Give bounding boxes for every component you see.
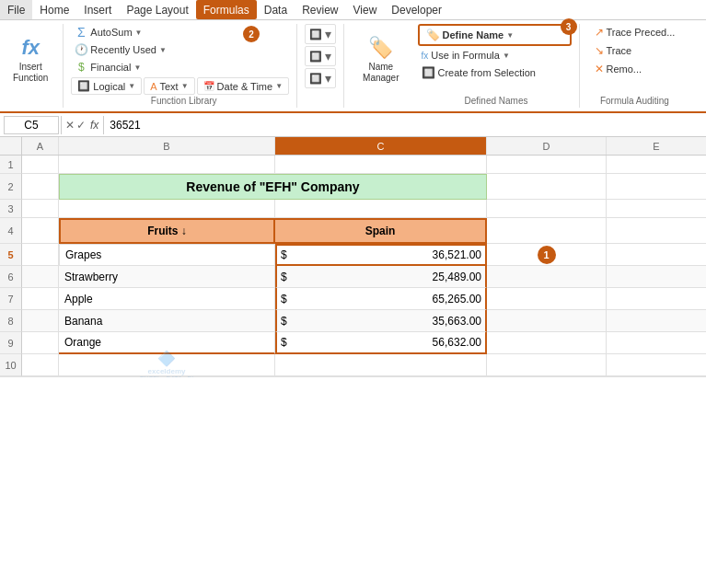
badge-3: 3 [561, 18, 577, 35]
col-header-a: A [22, 137, 59, 155]
row-6[interactable]: 6 Strawberry $ 25,489.00 [0, 266, 706, 288]
insert-function-button[interactable]: fx InsertFunction [6, 32, 55, 87]
logical-icon: 🔲 [77, 80, 90, 92]
text-button[interactable]: A Text ▼ [144, 77, 194, 95]
row-7[interactable]: 7 Apple $ 65,265.00 [0, 288, 706, 310]
more-functions-btn1[interactable]: 🔲 ▾ [305, 24, 336, 44]
fx-icon: fx [21, 36, 40, 60]
spain-header-cell: Spain [275, 218, 487, 244]
calendar-icon: 📅 [203, 81, 214, 91]
more-icon3: 🔲 [309, 73, 322, 85]
apple-cell[interactable]: Apple [59, 288, 275, 310]
confirm-icon[interactable]: ✓ [76, 119, 86, 132]
orange-amount-cell[interactable]: $ 56,632.00 [275, 332, 487, 354]
menu-insert[interactable]: Insert [76, 0, 119, 19]
menu-file[interactable]: File [0, 0, 32, 19]
title-cell: Revenue of "EFH" Company [59, 174, 487, 200]
banana-amount-cell[interactable]: $ 35,663.00 [275, 310, 487, 332]
menu-home[interactable]: Home [32, 0, 76, 19]
col-header-c: C [275, 137, 487, 155]
row-5[interactable]: 5 Grapes $ 36,521.00 1 [0, 244, 706, 266]
trace-prec-icon: ↗ [595, 26, 604, 39]
menu-view[interactable]: View [346, 0, 385, 19]
grapes-cell[interactable]: Grapes [59, 244, 275, 266]
row-9[interactable]: 9 Orange $ 56,632.00 [0, 332, 706, 354]
more-functions-btn2[interactable]: 🔲 ▾ [305, 46, 336, 66]
apple-amount-cell[interactable]: $ 65,265.00 [275, 288, 487, 310]
row-1: 1 [0, 156, 706, 174]
row-8[interactable]: 8 Banana $ 35,663.00 [0, 310, 706, 332]
menu-formulas[interactable]: Formulas [196, 0, 257, 19]
money-icon: $ [75, 61, 87, 74]
col-header-b: B [59, 137, 275, 155]
formula-input[interactable] [110, 119, 697, 132]
date-time-button[interactable]: 📅 Date & Time ▼ [197, 77, 289, 95]
menu-data[interactable]: Data [257, 0, 295, 19]
col-header-e: E [607, 137, 706, 155]
cell-reference-box[interactable]: C5 [4, 116, 59, 134]
grapes-amount-cell[interactable]: $ 36,521.00 [275, 244, 487, 266]
function-library-label: Function Library [71, 96, 296, 106]
selection-icon: 🔲 [422, 66, 435, 79]
more-functions-btn3[interactable]: 🔲 ▾ [305, 68, 336, 88]
text-icon: A [150, 81, 156, 92]
tag-icon: 🏷️ [426, 29, 440, 41]
remove-arrows-button[interactable]: ✕ Remo... [591, 61, 679, 77]
cancel-icon[interactable]: ✕ [65, 119, 75, 132]
create-from-selection-button[interactable]: 🔲 Create from Selection [418, 64, 572, 81]
col-header-d: D [487, 137, 607, 155]
fx-bar-icon[interactable]: fx [87, 119, 101, 132]
row-3: 3 [0, 200, 706, 218]
badge-2: 2 [243, 26, 260, 42]
remove-icon: ✕ [595, 63, 604, 75]
sigma-icon: Σ [75, 26, 87, 39]
row-10: 10 🔷 exceldemy EXCEL · DATA · BI [0, 354, 706, 376]
menu-review[interactable]: Review [295, 0, 345, 19]
formula-icon: fx [422, 51, 429, 61]
watermark: 🔷 exceldemy EXCEL · DATA · BI [140, 349, 193, 377]
row-2: 2 Revenue of "EFH" Company [0, 174, 706, 200]
logical-button[interactable]: 🔲 Logical ▼ [71, 77, 142, 95]
trace-precedents-button[interactable]: ↗ Trace Preced... [591, 24, 679, 40]
fruit-header-cell: Fruits ↓ [59, 218, 275, 244]
strawberry-cell[interactable]: Strawberry [59, 266, 275, 288]
name-manager-button[interactable]: 🏷️ NameManager [355, 32, 406, 87]
define-name-button[interactable]: 🏷️ Define Name ▼ [422, 27, 567, 43]
menu-page-layout[interactable]: Page Layout [119, 0, 195, 19]
row-4: 4 Fruits ↓ Spain [0, 218, 706, 244]
recently-used-button[interactable]: 🕐 Recently Used ▼ [71, 41, 289, 58]
name-manager-icon: 🏷️ [368, 36, 393, 60]
trace-dep-icon: ↘ [595, 44, 604, 57]
more-icon2: 🔲 [309, 51, 322, 63]
strawberry-amount-cell[interactable]: $ 25,489.00 [275, 266, 487, 288]
defined-names-label: Defined Names [414, 96, 579, 106]
menu-developer[interactable]: Developer [384, 0, 449, 19]
formula-auditing-label: Formula Auditing [584, 96, 687, 106]
use-in-formula-button[interactable]: fx Use in Formula ▼ [418, 48, 572, 63]
financial-button[interactable]: $ Financial ▼ [71, 59, 289, 75]
banana-cell[interactable]: Banana [59, 310, 275, 332]
clock-icon: 🕐 [75, 43, 87, 56]
more-icon1: 🔲 [309, 29, 322, 40]
badge-1: 1 [538, 246, 556, 264]
trace-dependents-button[interactable]: ↘ Trace [591, 42, 679, 59]
